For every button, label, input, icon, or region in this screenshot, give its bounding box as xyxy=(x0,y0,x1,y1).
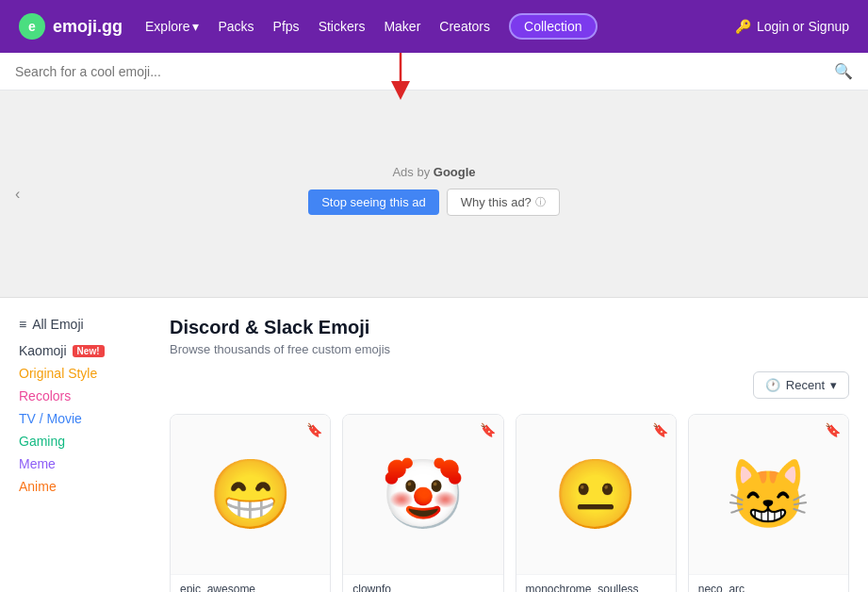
sidebar-item-original-style[interactable]: Original Style xyxy=(19,366,151,381)
page-title: Discord & Slack Emoji xyxy=(170,317,849,338)
emoji-card[interactable]: 😁 🔖 epic_awesome 44 0.6K xyxy=(170,414,331,592)
menu-icon: ≡ xyxy=(19,317,26,332)
new-badge: New! xyxy=(73,345,105,357)
nav-creators[interactable]: Creators xyxy=(439,19,490,34)
emoji-image: 😸 🔖 xyxy=(689,415,848,574)
stop-ad-button[interactable]: Stop seeing this ad xyxy=(308,189,439,215)
content-toolbar: 🕐 Recent ▾ xyxy=(170,371,849,399)
sidebar-item-tv-movie[interactable]: TV / Movie xyxy=(19,411,151,426)
nav-collection[interactable]: Collection xyxy=(509,13,597,40)
sidebar-item-anime[interactable]: Anime xyxy=(19,479,151,494)
emoji-info: monochrome_soulless 44 5.0K xyxy=(516,574,676,592)
bookmark-icon[interactable]: 🔖 xyxy=(306,422,322,437)
logo-area[interactable]: e emoji.gg xyxy=(19,13,123,40)
page-subtitle: Browse thousands of free custom emojis xyxy=(170,342,849,356)
ads-by-google: Ads by Google xyxy=(392,165,475,179)
nav-stickers[interactable]: Stickers xyxy=(319,19,366,34)
ad-area: ‹ Ads by Google Stop seeing this ad Why … xyxy=(0,90,868,298)
emoji-card[interactable]: 😸 🔖 neco_arc 44 4.0K xyxy=(688,414,849,592)
sidebar: ≡ All Emoji Kaomoji New! Original Style … xyxy=(19,317,151,592)
emoji-card[interactable]: 🤡 🔖 clownfo 44 4.0K xyxy=(342,414,503,592)
emoji-image: 😐 🔖 xyxy=(516,415,676,574)
search-input[interactable] xyxy=(15,64,834,79)
ad-back-button[interactable]: ‹ xyxy=(15,186,20,203)
search-icon[interactable]: 🔍 xyxy=(834,62,853,80)
arrow-annotation xyxy=(386,53,415,100)
sidebar-item-kaomoji[interactable]: Kaomoji New! xyxy=(19,343,151,358)
logo-text: emoji.gg xyxy=(53,17,123,37)
bookmark-icon[interactable]: 🔖 xyxy=(825,422,841,437)
bookmark-icon[interactable]: 🔖 xyxy=(480,422,496,437)
emoji-info: clownfo 44 4.0K xyxy=(343,574,502,592)
key-icon: 🔑 xyxy=(735,19,751,34)
sidebar-item-recolors[interactable]: Recolors xyxy=(19,388,151,403)
nav-explore[interactable]: Explore ▾ xyxy=(145,19,199,34)
emoji-grid: 😁 🔖 epic_awesome 44 0.6K 🤡 🔖 xyxy=(170,414,849,592)
sidebar-item-meme[interactable]: Meme xyxy=(19,456,151,471)
chevron-down-icon: ▾ xyxy=(192,19,199,34)
nav-packs[interactable]: Packs xyxy=(218,19,254,34)
why-ad-button[interactable]: Why this ad? ⓘ xyxy=(447,189,560,216)
nav-pfps[interactable]: Pfps xyxy=(273,19,300,34)
nav-maker[interactable]: Maker xyxy=(384,19,420,34)
content-header: Discord & Slack Emoji Browse thousands o… xyxy=(170,317,849,356)
sidebar-all-emoji[interactable]: ≡ All Emoji xyxy=(19,317,151,332)
emoji-name: epic_awesome xyxy=(180,583,320,592)
recent-sort-button[interactable]: 🕐 Recent ▾ xyxy=(753,371,849,399)
info-icon: ⓘ xyxy=(535,195,546,209)
main-content: ≡ All Emoji Kaomoji New! Original Style … xyxy=(0,298,868,592)
login-button[interactable]: 🔑 Login or Signup xyxy=(735,19,849,34)
emoji-image: 😁 🔖 xyxy=(171,415,330,574)
ad-buttons: Stop seeing this ad Why this ad? ⓘ xyxy=(308,189,560,216)
emoji-name: monochrome_soulless xyxy=(526,583,666,592)
emoji-info: neco_arc 44 4.0K xyxy=(689,574,848,592)
emoji-card[interactable]: 😐 🔖 monochrome_soulless 44 5.0K xyxy=(516,414,677,592)
logo-icon: e xyxy=(19,13,45,40)
emoji-image: 🤡 🔖 xyxy=(343,415,502,574)
search-bar: 🔍 xyxy=(0,53,868,90)
clock-icon: 🕐 xyxy=(765,378,780,392)
content-area: Discord & Slack Emoji Browse thousands o… xyxy=(170,317,849,592)
main-nav: Explore ▾ Packs Pfps Stickers Maker Crea… xyxy=(145,13,735,40)
sidebar-item-gaming[interactable]: Gaming xyxy=(19,434,151,449)
emoji-name: neco_arc xyxy=(698,583,839,592)
chevron-down-icon: ▾ xyxy=(830,378,837,392)
bookmark-icon[interactable]: 🔖 xyxy=(652,422,668,437)
emoji-info: epic_awesome 44 0.6K xyxy=(171,574,330,592)
emoji-name: clownfo xyxy=(352,583,493,592)
header: e emoji.gg Explore ▾ Packs Pfps Stickers… xyxy=(0,0,868,53)
